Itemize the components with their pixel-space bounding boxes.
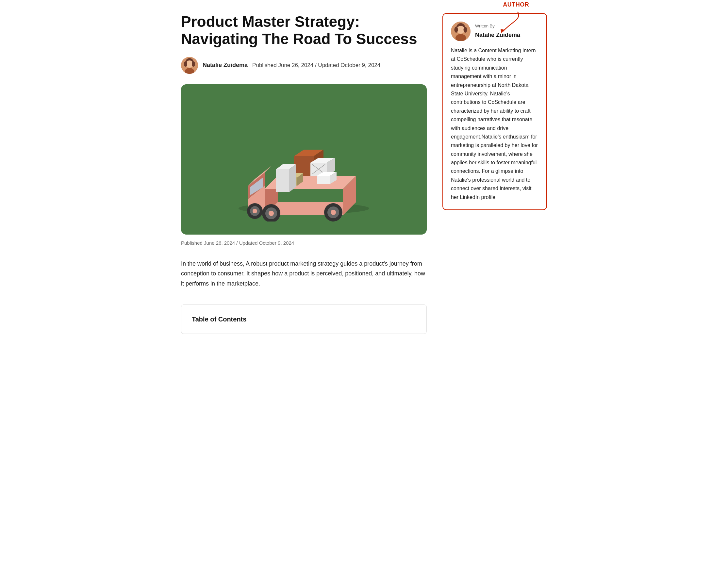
about-author-label-container: ABOUT THE AUTHOR (495, 0, 534, 36)
author-row: Natalie Zuidema Published June 26, 2024 … (181, 57, 427, 74)
svg-point-4 (184, 61, 187, 67)
avatar (181, 57, 198, 74)
hero-image (181, 84, 427, 235)
svg-point-46 (455, 27, 458, 33)
svg-point-20 (253, 209, 257, 213)
about-author-label: ABOUT THE AUTHOR (498, 0, 534, 9)
svg-marker-35 (317, 176, 330, 184)
author-card: Written By Natalie Zuidema Natalie is a … (442, 13, 547, 210)
svg-point-44 (457, 26, 465, 34)
about-arrow-icon (495, 10, 524, 36)
svg-point-5 (192, 61, 195, 67)
author-card-bio: Natalie is a Content Marketing Intern at… (451, 46, 538, 202)
author-name: Natalie Zuidema (203, 61, 248, 70)
article-title: Product Master Strategy: Navigating The … (181, 13, 427, 48)
main-layout: Product Master Strategy: Navigating The … (181, 13, 547, 334)
svg-point-17 (269, 211, 274, 216)
svg-marker-41 (501, 29, 504, 33)
published-date-below: Published June 26, 2024 / Updated Octobe… (181, 239, 427, 247)
toc-box: Table of Contents (181, 304, 427, 334)
main-content: Product Master Strategy: Navigating The … (181, 13, 427, 334)
sidebar: ABOUT THE AUTHOR (442, 13, 547, 210)
svg-point-23 (331, 210, 336, 215)
svg-point-47 (464, 27, 467, 33)
svg-marker-38 (276, 169, 289, 192)
article-body: In the world of business, A robust produ… (181, 259, 427, 289)
toc-title: Table of Contents (192, 314, 416, 325)
publish-date: Published June 26, 2024 / Updated Octobe… (252, 61, 380, 70)
author-card-avatar (451, 22, 470, 41)
svg-marker-40 (289, 164, 296, 192)
page-wrapper: Product Master Strategy: Navigating The … (168, 0, 560, 347)
